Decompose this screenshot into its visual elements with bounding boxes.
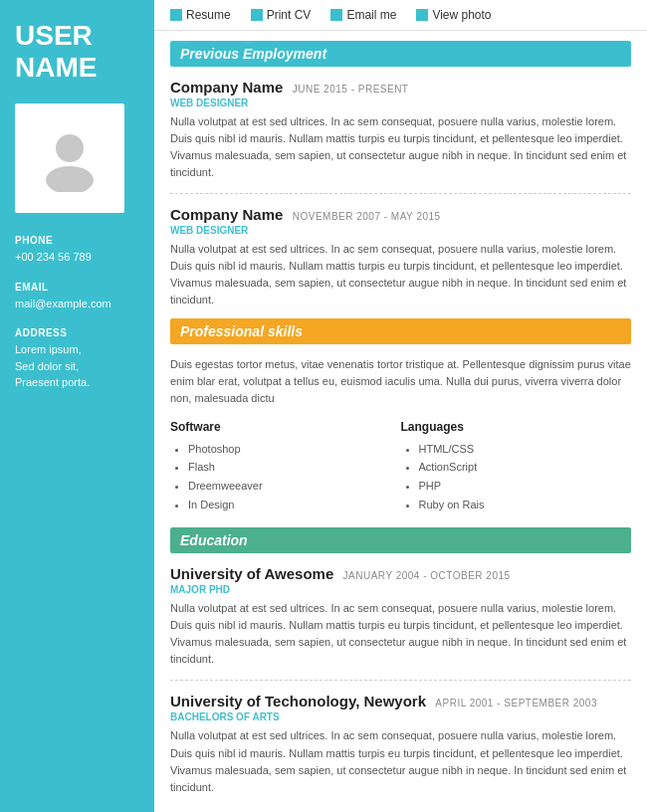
education-section-header: Education [170, 527, 631, 553]
job-role-1: WEB DESIGNER [170, 98, 631, 108]
list-item: In Design [188, 496, 401, 514]
institution-name-1: University of Awesome [170, 565, 333, 582]
skills-section-header: Professional skills [170, 318, 631, 344]
employment-section-header: Previous Employment [170, 41, 631, 67]
edu-entry-1: University of Awesome JANUARY 2004 - OCT… [170, 565, 631, 668]
institution-name-2: University of Techonology, Newyork [170, 693, 426, 710]
phone-section: PHONE +00 234 56 789 [15, 235, 139, 266]
languages-title: Languages [401, 420, 632, 434]
languages-list: HTML/CSS ActionScript PHP Ruby on Rais [401, 440, 632, 514]
edu-role-2: BACHELORS OF ARTS [170, 711, 631, 722]
edu-role-1: MAJOR PHD [170, 584, 631, 595]
job-title-row-1: Company Name JUNE 2015 - PRESENT [170, 79, 631, 96]
education-header-text: Education [180, 532, 248, 548]
employment-header-text: Previous Employment [180, 46, 326, 62]
address-label: ADDRESS [15, 327, 139, 338]
svg-point-1 [46, 166, 94, 192]
languages-col: Languages HTML/CSS ActionScript PHP Ruby… [401, 420, 632, 514]
job-body-1: Nulla volutpat at est sed ultrices. In a… [170, 113, 631, 181]
skills-intro: Duis egestas tortor metus, vitae venenat… [170, 356, 631, 407]
list-item: Flash [188, 458, 401, 477]
avatar [15, 103, 124, 213]
list-item: Ruby on Rais [419, 496, 632, 514]
nav-print[interactable]: Print CV [251, 8, 312, 22]
job-role-2: WEB DESIGNER [170, 225, 631, 236]
nav-photo[interactable]: View photo [416, 8, 491, 22]
software-title: Software [170, 420, 401, 434]
main-content: Resume Print CV Email me View photo Prev… [154, 0, 647, 812]
edu-body-1: Nulla volutpat at est sed ultrices. In a… [170, 600, 631, 668]
skills-header-text: Professional skills [180, 323, 303, 339]
job-date-1: JUNE 2015 - PRESENT [293, 84, 409, 95]
list-item: PHP [419, 477, 632, 496]
job-body-2: Nulla volutpat at est sed ultrices. In a… [170, 241, 631, 308]
divider-2 [170, 680, 631, 681]
nav-email[interactable]: Email me [330, 8, 396, 22]
list-item: ActionScript [419, 458, 632, 477]
divider-1 [170, 193, 631, 194]
email-section: EMAIL mail@example.com [15, 282, 139, 312]
edu-title-row-2: University of Techonology, Newyork APRIL… [170, 693, 631, 710]
address-value: Lorem ipsum,Sed dolor sit,Praesent porta… [15, 341, 139, 391]
edu-title-row-1: University of Awesome JANUARY 2004 - OCT… [170, 565, 631, 582]
list-item: Dreemweeaver [188, 477, 401, 496]
phone-label: PHONE [15, 235, 139, 246]
resume-icon [170, 9, 182, 21]
company-name-1: Company Name [170, 79, 283, 96]
skills-grid: Software Photoshop Flash Dreemweeaver In… [170, 420, 631, 514]
address-section: ADDRESS Lorem ipsum,Sed dolor sit,Praese… [15, 327, 139, 391]
avatar-icon [35, 122, 105, 195]
email-icon [330, 9, 342, 21]
software-list: Photoshop Flash Dreemweeaver In Design [170, 440, 401, 514]
edu-body-2: Nulla volutpat at est sed ultrices. In a… [170, 727, 631, 795]
job-date-2: NOVEMBER 2007 - MAY 2015 [293, 211, 441, 222]
top-nav: Resume Print CV Email me View photo [154, 0, 647, 31]
sidebar: USER NAME PHONE +00 234 56 789 EMAIL mai… [0, 0, 154, 812]
job-entry-2: Company Name NOVEMBER 2007 - MAY 2015 WE… [170, 206, 631, 308]
print-icon [251, 9, 263, 21]
company-name-2: Company Name [170, 206, 283, 223]
list-item: HTML/CSS [419, 440, 632, 459]
user-name: USER NAME [15, 20, 139, 84]
phone-value: +00 234 56 789 [15, 249, 139, 266]
email-value: mail@example.com [15, 296, 139, 312]
content-area: Previous Employment Company Name JUNE 20… [154, 31, 647, 812]
edu-date-1: JANUARY 2004 - OCTOBER 2015 [343, 570, 511, 581]
job-entry-1: Company Name JUNE 2015 - PRESENT WEB DES… [170, 79, 631, 181]
list-item: Photoshop [188, 440, 401, 459]
edu-date-2: APRIL 2001 - SEPTEMBER 2003 [435, 698, 597, 709]
nav-resume[interactable]: Resume [170, 8, 231, 22]
software-col: Software Photoshop Flash Dreemweeaver In… [170, 420, 401, 514]
edu-entry-2: University of Techonology, Newyork APRIL… [170, 693, 631, 795]
photo-icon [416, 9, 428, 21]
email-label: EMAIL [15, 282, 139, 293]
job-title-row-2: Company Name NOVEMBER 2007 - MAY 2015 [170, 206, 631, 223]
svg-point-0 [56, 134, 84, 162]
